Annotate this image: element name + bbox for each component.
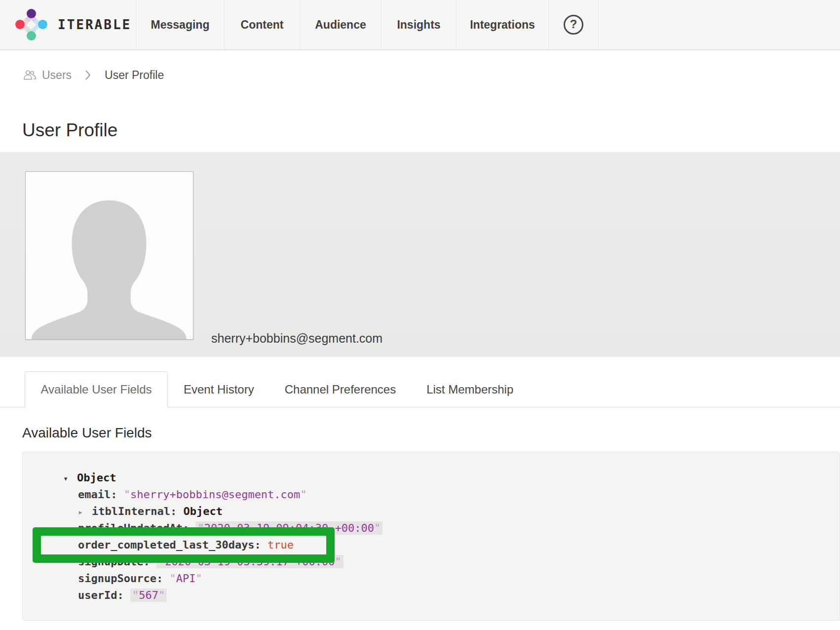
field-value: "567" xyxy=(130,589,167,602)
field-key: signupSource: xyxy=(78,572,169,585)
field-row-order_completed_last_30days: order_completed_last_30days: true xyxy=(23,537,840,553)
breadcrumb-users-link[interactable]: Users xyxy=(23,69,72,82)
field-value: "2020-03-19 09:04:30 +00:00" xyxy=(195,521,382,535)
field-key: itblInternal: xyxy=(92,505,183,517)
logo-dot-teal xyxy=(27,31,36,40)
help-button[interactable]: ? xyxy=(549,0,599,49)
field-row-email: email: "sherry+bobbins@segment.com" xyxy=(23,486,840,503)
user-fields-viewer: ▾Object email: "sherry+bobbins@segment.c… xyxy=(22,452,840,621)
tab-event-history[interactable]: Event History xyxy=(184,383,254,396)
field-key: signupDate: xyxy=(78,555,156,568)
user-email: sherry+bobbins@segment.com xyxy=(211,331,382,346)
field-key: order_completed_last_30days: xyxy=(78,539,267,551)
nav-item-audience[interactable]: Audience xyxy=(300,0,382,49)
profile-hero: sherry+bobbins@segment.com xyxy=(0,152,840,357)
nav-item-integrations[interactable]: Integrations xyxy=(457,0,549,49)
close-quote: " xyxy=(195,572,202,585)
field-value: "sherry+bobbins@segment.com" xyxy=(124,488,307,501)
close-quote: " xyxy=(158,589,165,601)
section-heading: Available User Fields xyxy=(22,425,152,441)
field-key: email: xyxy=(78,488,124,501)
brand[interactable]: ITERABLE xyxy=(0,0,136,49)
breadcrumb-current: User Profile xyxy=(105,69,164,82)
field-row-itblInternal: ▸itblInternal: Object xyxy=(23,503,840,520)
nav-item-insights[interactable]: Insights xyxy=(382,0,457,49)
open-quote: " xyxy=(169,572,176,585)
iterable-logo-icon xyxy=(11,4,51,45)
field-row-profileUpdatedAt: profileUpdatedAt: "2020-03-19 09:04:30 +… xyxy=(23,520,840,537)
logo-dot-red xyxy=(15,20,25,29)
avatar xyxy=(25,171,193,340)
open-quote: " xyxy=(132,589,139,601)
logo-dot-purple xyxy=(27,9,36,18)
collapse-icon[interactable]: ▾ xyxy=(63,470,77,487)
open-quote: " xyxy=(158,555,165,568)
nav-item-content[interactable]: Content xyxy=(225,0,300,49)
breadcrumb-users-label: Users xyxy=(42,69,72,82)
users-icon xyxy=(23,70,38,80)
chevron-right-icon xyxy=(85,70,91,80)
open-quote: " xyxy=(124,488,130,501)
nav-item-messaging[interactable]: Messaging xyxy=(136,0,225,49)
tab-list-membership[interactable]: List Membership xyxy=(426,383,513,396)
tab-channel-preferences[interactable]: Channel Preferences xyxy=(285,383,396,396)
avatar-placeholder-icon xyxy=(26,172,193,339)
field-value: Object xyxy=(183,505,222,517)
brand-name: ITERABLE xyxy=(58,17,131,32)
close-quote: " xyxy=(374,522,381,534)
top-navigation-bar: ITERABLE MessagingContentAudienceInsight… xyxy=(0,0,840,50)
page-title: User Profile xyxy=(22,120,117,141)
field-key: userId: xyxy=(78,589,130,601)
tab-bar: Event HistoryChannel PreferencesList Mem… xyxy=(184,371,513,407)
tab-available-user-fields[interactable]: Available User Fields xyxy=(25,371,168,407)
logo-dot-blue xyxy=(38,20,47,29)
close-quote: " xyxy=(300,488,306,501)
field-value: "API" xyxy=(169,572,202,585)
field-row-signupDate: signupDate: "2020-03-19 03:39:17 +00:00" xyxy=(23,553,840,570)
field-row-root: ▾Object xyxy=(23,470,840,486)
field-row-signupSource: signupSource: "API" xyxy=(23,570,840,587)
main-menu: MessagingContentAudienceInsightsIntegrat… xyxy=(136,0,549,49)
expand-icon[interactable]: ▸ xyxy=(78,504,92,520)
root-object-label: Object xyxy=(77,472,116,484)
field-value: "2020-03-19 03:39:17 +00:00" xyxy=(156,555,344,568)
open-quote: " xyxy=(197,522,204,534)
close-quote: " xyxy=(335,555,342,568)
field-value: true xyxy=(267,539,294,551)
help-icon: ? xyxy=(564,15,583,35)
field-row-userId: userId: "567" xyxy=(23,587,840,604)
fields-tree: ▾Object email: "sherry+bobbins@segment.c… xyxy=(23,452,840,604)
breadcrumb: Users User Profile xyxy=(23,67,164,83)
field-key: profileUpdatedAt: xyxy=(78,522,195,534)
user-profile-page: ITERABLE MessagingContentAudienceInsight… xyxy=(0,0,840,630)
